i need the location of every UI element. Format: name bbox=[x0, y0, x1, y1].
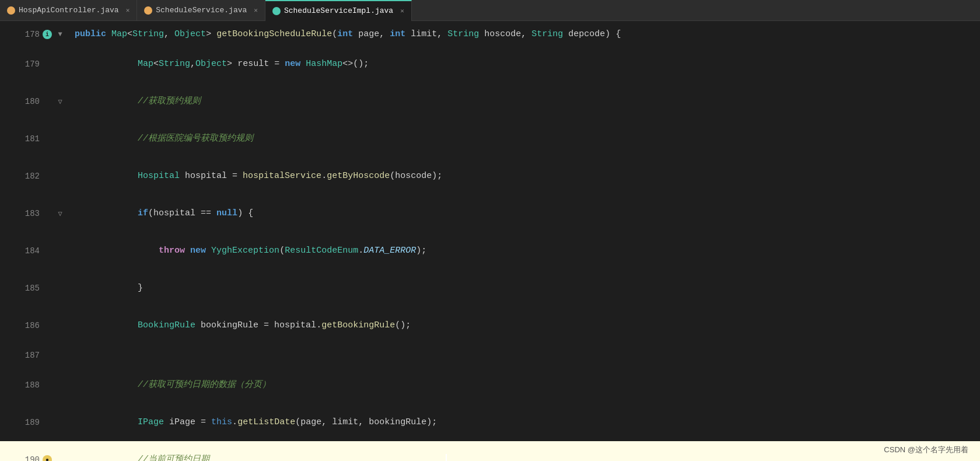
method-getbooking: getBookingScheduleRule bbox=[216, 27, 332, 42]
cursor bbox=[446, 454, 447, 461]
kw-public: public bbox=[75, 27, 106, 42]
line-content-181: //根据医院编号获取预约规则 bbox=[70, 120, 980, 158]
table-row: 186 BookingRule bookingRule = hospital.g… bbox=[0, 307, 980, 344]
line-number-area-178: 178 i ▼ bbox=[0, 23, 70, 46]
line-number-187: 187 bbox=[18, 351, 40, 360]
line-number-area-182: 182 bbox=[0, 158, 70, 195]
line-content-190: //当前可预约日期 bbox=[70, 441, 980, 461]
fold-180[interactable]: ▽ bbox=[55, 97, 65, 106]
watermark: CSDN @这个名字先用着 bbox=[884, 445, 968, 455]
line-content-185: } bbox=[70, 270, 980, 307]
line-number-184: 184 bbox=[18, 246, 40, 256]
fold-arrow-183: ▽ bbox=[58, 209, 62, 218]
line-number-area-179: 179 bbox=[0, 46, 70, 83]
editor: 178 i ▼ public Map<String, Object> getBo… bbox=[0, 21, 980, 461]
line-number-178: 178 bbox=[18, 30, 40, 39]
line-number-area-181: 181 bbox=[0, 120, 70, 158]
kw-throw: throw bbox=[159, 243, 185, 259]
gutter-190: ● bbox=[42, 455, 52, 461]
line-number-area-187: 187 bbox=[0, 344, 70, 366]
line-number-area-180: 180 ▽ bbox=[0, 83, 70, 120]
tab-icon-hospapi bbox=[7, 6, 15, 15]
tab-icon-schedservice bbox=[144, 6, 152, 15]
code-container: 178 i ▼ public Map<String, Object> getBo… bbox=[0, 21, 980, 461]
gutter-178: i bbox=[42, 30, 52, 39]
line-number-area-188: 188 bbox=[0, 366, 70, 404]
line-number-180: 180 bbox=[18, 97, 40, 106]
table-row: 190 ● //当前可预约日期 bbox=[0, 441, 980, 461]
line-number-190: 190 bbox=[18, 455, 40, 461]
table-row: 189 IPage iPage = this.getListDate(page,… bbox=[0, 404, 980, 441]
fold-arrow-180: ▽ bbox=[58, 97, 62, 106]
table-row: 185 } bbox=[0, 270, 980, 307]
table-row: 187 bbox=[0, 344, 980, 366]
tab-close-schedservice[interactable]: ✕ bbox=[254, 6, 258, 14]
line-number-area-190: 190 ● bbox=[0, 441, 70, 461]
table-row: 180 ▽ //获取预约规则 bbox=[0, 83, 980, 120]
line-number-189: 189 bbox=[18, 418, 40, 427]
line-number-179: 179 bbox=[18, 60, 40, 69]
line-number-area-186: 186 bbox=[0, 307, 70, 344]
tab-schedserviceimpl[interactable]: ScheduleServiceImpl.java ✕ bbox=[265, 0, 412, 21]
line-content-184: throw new YyghException(ResultCodeEnum.D… bbox=[70, 232, 980, 270]
line-number-188: 188 bbox=[18, 380, 40, 390]
fold-183[interactable]: ▽ bbox=[55, 209, 65, 218]
line-content-180: //获取预约规则 bbox=[70, 83, 980, 120]
line-number-181: 181 bbox=[18, 134, 40, 144]
line-content-186: BookingRule bookingRule = hospital.getBo… bbox=[70, 307, 980, 344]
line-content-182: Hospital hospital = hospitalService.getB… bbox=[70, 158, 980, 195]
line-number-182: 182 bbox=[18, 172, 40, 181]
info-icon-178: i bbox=[43, 30, 52, 39]
tab-close-schedserviceimpl[interactable]: ✕ bbox=[400, 7, 404, 15]
line-content-188: //获取可预约日期的数据（分页） bbox=[70, 366, 980, 404]
line-content-187 bbox=[70, 344, 980, 366]
tab-label-hospapi: HospApiController.java bbox=[19, 6, 119, 15]
line-number-area-189: 189 bbox=[0, 404, 70, 441]
tab-close-hospapi[interactable]: ✕ bbox=[126, 6, 130, 14]
table-row: 181 //根据医院编号获取预约规则 bbox=[0, 120, 980, 158]
fold-178[interactable]: ▼ bbox=[55, 30, 65, 39]
table-row: 188 //获取可预约日期的数据（分页） bbox=[0, 366, 980, 404]
line-number-185: 185 bbox=[18, 284, 40, 293]
line-number-183: 183 bbox=[18, 209, 40, 218]
table-row: 183 ▽ if(hospital == null) { bbox=[0, 195, 980, 232]
tab-label-schedserviceimpl: ScheduleServiceImpl.java bbox=[284, 6, 393, 15]
tab-hospapi[interactable]: HospApiController.java ✕ bbox=[0, 0, 137, 21]
table-row: 178 i ▼ public Map<String, Object> getBo… bbox=[0, 23, 980, 46]
line-number-area-183: 183 ▽ bbox=[0, 195, 70, 232]
tab-schedservice[interactable]: ScheduleService.java ✕ bbox=[137, 0, 265, 21]
type-map: Map bbox=[111, 27, 127, 42]
line-content-178: public Map<String, Object> getBookingSch… bbox=[70, 23, 980, 46]
warn-icon-190: ● bbox=[43, 455, 52, 461]
line-number-186: 186 bbox=[18, 321, 40, 330]
line-content-183: if(hospital == null) { bbox=[70, 195, 980, 232]
table-row: 182 Hospital hospital = hospitalService.… bbox=[0, 158, 980, 195]
table-row: 184 throw new YyghException(ResultCodeEn… bbox=[0, 232, 980, 270]
tab-icon-schedserviceimpl bbox=[272, 7, 281, 15]
line-content-189: IPage iPage = this.getListDate(page, lim… bbox=[70, 404, 980, 441]
line-number-area-185: 185 bbox=[0, 270, 70, 307]
line-number-area-184: 184 bbox=[0, 232, 70, 270]
fold-arrow-178: ▼ bbox=[58, 30, 62, 39]
tab-bar: HospApiController.java ✕ ScheduleService… bbox=[0, 0, 980, 21]
tab-label-schedservice: ScheduleService.java bbox=[156, 6, 247, 15]
table-row: 179 Map<String,Object> result = new Hash… bbox=[0, 46, 980, 83]
line-content-179: Map<String,Object> result = new HashMap<… bbox=[70, 46, 980, 83]
